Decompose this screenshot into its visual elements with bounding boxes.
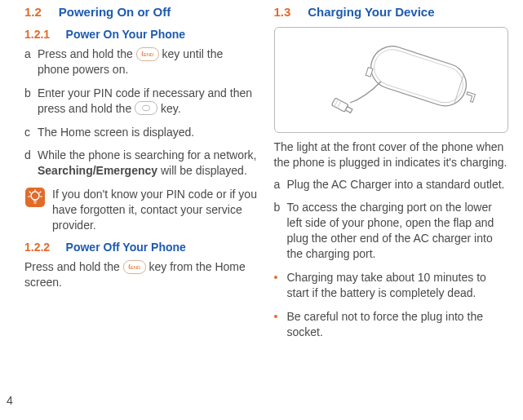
heading-title: Powering On or Off bbox=[59, 5, 171, 19]
step-text: The Home screen is displayed. bbox=[38, 125, 258, 140]
heading-1-3: 1.3 Charging Your Device bbox=[274, 5, 509, 20]
charging-intro: The light at the front cover of the phon… bbox=[274, 139, 509, 170]
step-text: To access the charging port on the lower… bbox=[287, 200, 509, 262]
ok-key-icon bbox=[135, 101, 157, 115]
list-item: b Enter your PIN code if necessary and t… bbox=[24, 86, 258, 117]
heading-1-2: 1.2 Powering On or Off bbox=[24, 5, 258, 20]
heading-number: 1.3 bbox=[274, 5, 291, 19]
text-fragment: Press and hold the bbox=[38, 47, 136, 60]
step-marker: a bbox=[274, 177, 287, 192]
step-text: Press and hold the END key until the pho… bbox=[38, 46, 258, 77]
power-off-body: Press and hold the END key from the Home… bbox=[24, 259, 258, 290]
left-column: 1.2 Powering On or Off 1.2.1 Power On Yo… bbox=[24, 5, 269, 420]
lightbulb-icon bbox=[24, 187, 46, 208]
charging-notes: • Charging may take about 10 minutes to … bbox=[274, 270, 509, 340]
heading-1-2-2: 1.2.2 Power Off Your Phone bbox=[24, 240, 258, 254]
text-fragment: key. bbox=[161, 102, 181, 115]
svg-rect-8 bbox=[366, 67, 373, 76]
subheading-number: 1.2.1 bbox=[24, 28, 50, 41]
subheading-title: Power On Your Phone bbox=[66, 28, 186, 41]
heading-number: 1.2 bbox=[24, 5, 42, 19]
list-item: • Charging may take about 10 minutes to … bbox=[274, 270, 509, 301]
step-marker: a bbox=[24, 46, 38, 62]
end-key-icon: END bbox=[136, 47, 159, 61]
right-column: 1.3 Charging Your Device bbox=[269, 5, 514, 420]
tip-block: If you don't know your PIN code or if yo… bbox=[24, 187, 258, 233]
bullet-icon: • bbox=[274, 309, 287, 325]
svg-text:END: END bbox=[143, 52, 153, 57]
step-marker: b bbox=[24, 86, 38, 101]
list-item: c The Home screen is displayed. bbox=[24, 125, 258, 140]
list-item: d While the phone is searching for a net… bbox=[24, 148, 258, 179]
svg-rect-5 bbox=[366, 41, 472, 112]
svg-point-1 bbox=[143, 106, 150, 111]
heading-title: Charging Your Device bbox=[308, 5, 434, 19]
note-text: Be careful not to force the plug into th… bbox=[287, 309, 509, 340]
list-item: • Be careful not to force the plug into … bbox=[274, 309, 509, 340]
page: 1.2 Powering On or Off 1.2.1 Power On Yo… bbox=[0, 0, 523, 420]
charging-steps: a Plug the AC Charger into a standard ou… bbox=[274, 177, 509, 262]
step-text: Enter your PIN code if necessary and the… bbox=[38, 86, 258, 117]
list-item: a Plug the AC Charger into a standard ou… bbox=[274, 177, 509, 192]
step-text: Plug the AC Charger into a standard outl… bbox=[287, 177, 509, 192]
text-fragment: will be displayed. bbox=[161, 164, 247, 177]
end-key-icon: END bbox=[123, 260, 146, 274]
step-marker: b bbox=[274, 200, 287, 215]
heading-1-2-1: 1.2.1 Power On Your Phone bbox=[24, 27, 258, 42]
power-on-steps: a Press and hold the END key until the p… bbox=[24, 46, 258, 179]
text-bold: Searching/Emergency bbox=[38, 164, 157, 177]
text-fragment: While the phone is searching for a netwo… bbox=[38, 148, 256, 161]
tip-text: If you don't know your PIN code or if yo… bbox=[52, 187, 258, 233]
bullet-icon: • bbox=[274, 270, 287, 285]
list-item: b To access the charging port on the low… bbox=[274, 200, 509, 262]
page-number: 4 bbox=[7, 394, 13, 407]
svg-text:END: END bbox=[130, 265, 140, 270]
note-text: Charging may take about 10 minutes to st… bbox=[287, 270, 509, 301]
subheading-title: Power Off Your Phone bbox=[66, 241, 186, 254]
charging-illustration bbox=[274, 27, 509, 133]
subheading-number: 1.2.2 bbox=[24, 241, 50, 254]
svg-rect-10 bbox=[346, 106, 353, 113]
step-marker: d bbox=[24, 148, 38, 163]
list-item: a Press and hold the END key until the p… bbox=[24, 46, 258, 77]
text-fragment: Press and hold the bbox=[24, 260, 123, 273]
step-marker: c bbox=[24, 125, 38, 140]
step-text: While the phone is searching for a netwo… bbox=[38, 148, 258, 179]
